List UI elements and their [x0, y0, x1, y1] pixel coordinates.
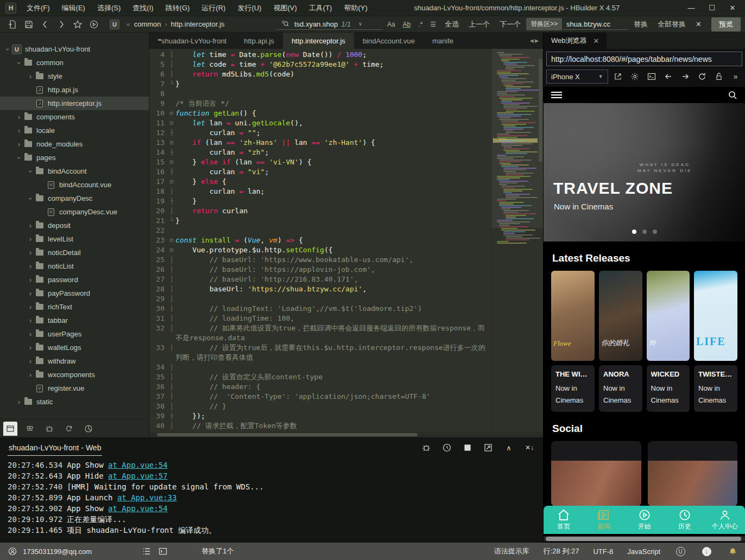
tree-chevron-icon[interactable]: › [15, 127, 23, 135]
match-case-toggle[interactable]: Aa [384, 21, 399, 28]
close-button[interactable]: ✕ [723, 1, 742, 16]
tree-item-bindAccount-vue[interactable]: VbindAccount.vue [0, 178, 149, 192]
log-source-link[interactable]: at App.vue:54 [108, 461, 168, 469]
dock-debug-icon[interactable] [42, 422, 56, 436]
statusbar-uni-circle-icon[interactable]: U [674, 547, 686, 556]
tree-item-noticList[interactable]: ›noticList [0, 259, 149, 273]
replace-zone-button[interactable]: 替换区>> [526, 18, 562, 30]
social-card[interactable] [551, 441, 641, 506]
maximize-button[interactable]: ☐ [703, 1, 721, 16]
browser-settings-icon[interactable] [628, 70, 642, 83]
dock-extensions-icon[interactable] [81, 422, 96, 436]
tree-item-richText[interactable]: ›richText [0, 300, 149, 314]
menu-item[interactable]: 跳转(G) [160, 0, 196, 16]
tree-chevron-icon[interactable]: › [15, 113, 23, 121]
forward-icon[interactable] [53, 18, 70, 31]
menu-item[interactable]: 工具(T) [303, 0, 338, 16]
tree-item-walletLogs[interactable]: ›walletLogs [0, 341, 149, 354]
tree-item-companyDesc[interactable]: ›companyDesc [0, 192, 149, 205]
tree-item-http-api-js[interactable]: Jhttp.api.js [0, 83, 149, 97]
browser-refresh-icon[interactable] [695, 70, 709, 83]
fold-marker-icon[interactable]: ⊟ [168, 157, 175, 167]
back-icon[interactable] [37, 18, 53, 31]
breadcrumb-folder[interactable]: common [134, 20, 161, 28]
browser-more-icon[interactable]: » [729, 70, 742, 83]
browser-horizontal-scrollbar[interactable] [544, 536, 745, 542]
next-match-button[interactable]: 下一个 [495, 20, 525, 29]
tree-chevron-icon[interactable]: › [15, 398, 23, 406]
editor-tab-shuadan-LvYou-front[interactable]: shuadan-LvYou-front [149, 33, 235, 49]
fold-marker-icon[interactable]: ⊟ [168, 236, 175, 245]
code-lines[interactable]: 4│ let time = Date.parse(new Date()) / 1… [149, 49, 491, 432]
tree-chevron-icon[interactable]: › [26, 290, 35, 297]
horizontal-scrollbar[interactable] [149, 432, 543, 437]
tree-item-common[interactable]: ›common [0, 56, 149, 69]
browser-popout-icon[interactable] [611, 70, 625, 83]
tree-item-tabbar[interactable]: ›tabbar [0, 314, 149, 327]
carousel-dot[interactable] [642, 230, 647, 234]
statusbar-download-circle-icon[interactable]: ↓ [700, 547, 712, 556]
apptab-history[interactable]: 历史 [665, 509, 705, 531]
tree-item-companyDesc-vue[interactable]: VcompanyDesc.vue [0, 205, 149, 219]
log-source-link[interactable]: at App.vue:57 [108, 472, 168, 480]
tree-chevron-icon[interactable]: › [27, 194, 34, 203]
statusbar-outline-icon[interactable] [141, 547, 153, 556]
hero-carousel[interactable]: WHAT IS DEAD MAY NEVER DIE TRAVEL ZONE N… [544, 103, 745, 241]
log-source-link[interactable]: at App.vue:54 [108, 504, 168, 513]
tree-chevron-icon[interactable]: › [15, 59, 23, 67]
search-query[interactable]: tsd.xyan.shop [294, 20, 338, 28]
tree-item-style[interactable]: ›style [0, 69, 149, 83]
menu-item[interactable]: 帮助(Y) [338, 0, 373, 16]
minimize-button[interactable]: — [682, 1, 700, 16]
console-debug-icon[interactable] [420, 443, 432, 452]
tree-chevron-icon[interactable]: › [26, 236, 35, 243]
preview-button[interactable]: 预览 [711, 17, 741, 31]
tree-item-payPassword[interactable]: ›payPassword [0, 287, 149, 300]
tree-item-userPages[interactable]: ›userPages [0, 327, 149, 341]
tree-item-password[interactable]: ›password [0, 273, 149, 287]
tree-chevron-icon[interactable]: › [26, 263, 35, 270]
browser-forward-icon[interactable] [678, 70, 692, 83]
tree-item-bindAccount[interactable]: ›bindAccount [0, 164, 149, 178]
replace-button[interactable]: 替换 [629, 20, 652, 29]
breadcrumb-file[interactable]: http.interceptor.js [171, 20, 225, 28]
tree-chevron-icon[interactable]: › [27, 167, 34, 176]
apptab-profile[interactable]: 个人中心 [705, 509, 745, 531]
log-source-link[interactable]: at App.vue:33 [117, 493, 177, 502]
tree-chevron-icon[interactable]: › [26, 222, 35, 230]
browser-unlock-icon[interactable] [712, 70, 725, 83]
tree-chevron-icon[interactable]: › [26, 317, 35, 324]
browser-back-icon[interactable] [662, 70, 675, 83]
app-search-icon[interactable] [728, 91, 737, 100]
carousel-dots[interactable] [544, 230, 745, 234]
console-stop-icon[interactable] [462, 443, 473, 452]
tree-item-wxcomponents[interactable]: ›wxcomponents [0, 368, 149, 381]
account-email[interactable]: 1735031199@qq.com [23, 548, 92, 556]
fold-marker-icon[interactable]: ⊟ [168, 109, 175, 118]
tree-item-pages[interactable]: ›pages [0, 151, 149, 164]
multiline-toggle[interactable]: ☰ [427, 21, 439, 28]
movie-card[interactable]: FloweTHE WIL...Now in Cinemas [551, 271, 595, 412]
movie-card[interactable]: LIFETWISTERSNow in Cinemas [694, 271, 737, 412]
fold-marker-icon[interactable]: ⊟ [168, 118, 175, 128]
tree-item-http-interceptor-js[interactable]: Jhttp.interceptor.js [0, 97, 149, 110]
whole-word-toggle[interactable]: Ab [400, 21, 414, 28]
tree-item-noticDetail[interactable]: ›noticDetail [0, 246, 149, 259]
statusbar-terminal-icon[interactable] [157, 547, 169, 556]
console-clear-icon[interactable]: ✕↓ [523, 443, 535, 452]
menu-item[interactable]: 查找(I) [127, 0, 159, 16]
menu-item[interactable]: 选择(S) [91, 0, 127, 16]
browser-tab[interactable]: Web浏览器 ✕ [544, 33, 607, 49]
tree-chevron-icon[interactable]: › [26, 276, 35, 284]
tree-chevron-icon[interactable]: › [26, 371, 35, 379]
carousel-dot[interactable] [653, 230, 657, 234]
editor-tab-bindAccount-vue[interactable]: bindAccount.vue [354, 33, 424, 49]
statusbar-bell-icon[interactable] [727, 548, 738, 556]
device-select[interactable]: iPhone X▼ [546, 69, 608, 84]
tree-chevron-icon[interactable]: › [26, 249, 35, 257]
close-search-button[interactable]: ✕ [691, 20, 706, 28]
tree-item-deposit[interactable]: ›deposit [0, 219, 149, 232]
new-file-icon[interactable] [4, 18, 21, 31]
menu-item[interactable]: 文件(F) [21, 0, 56, 16]
fold-marker-icon[interactable]: ⊟ [168, 138, 175, 148]
